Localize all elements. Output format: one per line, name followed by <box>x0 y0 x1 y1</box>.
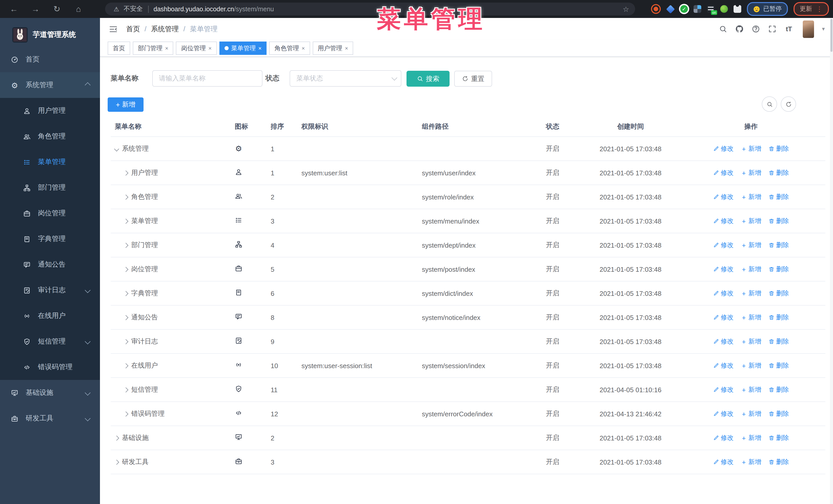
row-action-add[interactable]: +新增 <box>741 193 761 201</box>
fontsize-icon[interactable]: tT <box>785 25 793 33</box>
tab-close-icon[interactable]: × <box>302 45 305 51</box>
profile-paused-chip[interactable]: 已暂停 <box>747 2 788 16</box>
row-action-delete[interactable]: 删除 <box>768 289 789 297</box>
row-action-delete[interactable]: 删除 <box>768 193 789 201</box>
browser-update-button[interactable]: 更新 ⋮ <box>793 2 829 16</box>
scrollbar-thumb[interactable] <box>830 19 832 52</box>
sidebar-item-研发工具[interactable]: 研发工具 <box>0 406 100 431</box>
gem-extension-icon[interactable] <box>666 5 675 13</box>
row-action-delete[interactable]: 删除 <box>768 385 789 394</box>
row-action-delete[interactable]: 删除 <box>768 409 789 418</box>
row-action-add[interactable]: +新增 <box>741 217 761 225</box>
row-action-add[interactable]: +新增 <box>741 289 761 297</box>
leaf-extension-icon[interactable] <box>720 5 728 13</box>
breadcrumb-item-系统管理[interactable]: 系统管理 <box>151 24 179 33</box>
bars-extension-icon[interactable] <box>707 5 715 13</box>
tab-close-icon[interactable]: × <box>208 45 212 51</box>
row-action-edit[interactable]: 修改 <box>713 241 734 249</box>
sidebar-collapse-icon[interactable] <box>109 24 118 33</box>
address-bar[interactable]: ⚠ 不安全 dashboard.yudao.iocoder.cn/system/… <box>105 3 635 16</box>
sidebar-item-首页[interactable]: 首页 <box>0 47 100 72</box>
sidebar-item-通知公告[interactable]: 通知公告 <box>0 252 100 278</box>
app-logo[interactable]: 芋道管理系统 <box>0 18 100 47</box>
sidebar-item-短信管理[interactable]: 短信管理 <box>0 329 100 354</box>
row-action-edit[interactable]: 修改 <box>713 144 734 153</box>
avatar-caret-down-icon[interactable]: ▾ <box>822 26 825 32</box>
tab-close-icon[interactable]: × <box>345 45 348 51</box>
tab-岗位管理[interactable]: 岗位管理× <box>176 42 217 55</box>
question-icon[interactable] <box>752 25 760 33</box>
puzzle-extension-icon[interactable] <box>734 5 741 13</box>
row-action-delete[interactable]: 删除 <box>768 433 789 442</box>
row-expand-icon[interactable] <box>123 363 128 368</box>
sidebar-item-系统管理[interactable]: ⚙系统管理 <box>0 72 100 98</box>
row-action-delete[interactable]: 删除 <box>768 361 789 370</box>
row-action-add[interactable]: +新增 <box>741 385 761 394</box>
row-expand-icon[interactable] <box>123 315 128 320</box>
row-action-add[interactable]: +新增 <box>741 337 761 346</box>
row-action-add[interactable]: +新增 <box>741 458 761 466</box>
row-expand-icon[interactable] <box>123 339 128 344</box>
row-action-edit[interactable]: 修改 <box>713 361 734 370</box>
sidebar-item-用户管理[interactable]: 用户管理 <box>0 98 100 124</box>
row-expand-icon[interactable] <box>114 459 119 464</box>
row-expand-icon[interactable] <box>123 291 128 296</box>
row-expand-icon[interactable] <box>123 170 128 175</box>
row-action-add[interactable]: +新增 <box>741 433 761 442</box>
sidebar-item-岗位管理[interactable]: 岗位管理 <box>0 200 100 226</box>
row-expand-icon[interactable] <box>123 194 128 199</box>
row-action-edit[interactable]: 修改 <box>713 337 734 346</box>
row-action-edit[interactable]: 修改 <box>713 217 734 225</box>
row-action-edit[interactable]: 修改 <box>713 433 734 442</box>
sidebar-item-角色管理[interactable]: 角色管理 <box>0 124 100 149</box>
tab-菜单管理[interactable]: 菜单管理× <box>219 42 267 55</box>
row-action-delete[interactable]: 删除 <box>768 217 789 225</box>
row-expand-icon[interactable] <box>114 435 119 440</box>
menu-name-input[interactable]: 请输入菜单名称 <box>152 70 262 87</box>
row-collapse-icon[interactable] <box>114 146 119 151</box>
tab-角色管理[interactable]: 角色管理× <box>269 42 310 55</box>
row-action-add[interactable]: +新增 <box>741 313 761 322</box>
row-action-add[interactable]: +新增 <box>741 409 761 418</box>
row-action-add[interactable]: +新增 <box>741 265 761 273</box>
row-action-edit[interactable]: 修改 <box>713 385 734 394</box>
status-select[interactable]: 菜单状态 <box>290 70 401 87</box>
tab-首页[interactable]: 首页 <box>108 42 130 55</box>
user-avatar[interactable] <box>803 20 814 38</box>
row-expand-icon[interactable] <box>123 242 128 248</box>
row-action-delete[interactable]: 删除 <box>768 265 789 273</box>
row-action-edit[interactable]: 修改 <box>713 168 734 177</box>
sidebar-item-在线用户[interactable]: 在线用户 <box>0 303 100 329</box>
reload-icon[interactable]: ↻ <box>52 4 62 14</box>
row-action-delete[interactable]: 删除 <box>768 144 789 153</box>
refresh-table-button[interactable] <box>781 96 796 112</box>
row-action-add[interactable]: +新增 <box>741 144 761 153</box>
sidebar-item-审计日志[interactable]: 审计日志 <box>0 278 100 303</box>
forward-icon[interactable]: → <box>31 4 40 14</box>
search-button[interactable]: 搜索 <box>406 71 450 87</box>
sidebar-item-基础设施[interactable]: 基础设施 <box>0 380 100 406</box>
row-action-add[interactable]: +新增 <box>741 168 761 177</box>
sidebar-item-字典管理[interactable]: 字典管理 <box>0 226 100 252</box>
add-button[interactable]: + 新增 <box>108 97 144 112</box>
row-action-delete[interactable]: 删除 <box>768 241 789 249</box>
grid-extension-icon[interactable] <box>694 5 701 13</box>
row-action-edit[interactable]: 修改 <box>713 458 734 466</box>
row-action-add[interactable]: +新增 <box>741 361 761 370</box>
row-action-delete[interactable]: 删除 <box>768 313 789 322</box>
row-expand-icon[interactable] <box>123 411 128 416</box>
row-expand-icon[interactable] <box>123 218 128 223</box>
row-action-add[interactable]: +新增 <box>741 241 761 249</box>
reset-button[interactable]: 重置 <box>454 71 492 87</box>
window-scrollbar[interactable] <box>830 18 833 504</box>
row-expand-icon[interactable] <box>123 267 128 272</box>
back-icon[interactable]: ← <box>9 4 19 14</box>
tab-close-icon[interactable]: × <box>258 45 262 51</box>
home-icon[interactable]: ⌂ <box>74 4 83 14</box>
row-action-delete[interactable]: 删除 <box>768 337 789 346</box>
breadcrumb-item-首页[interactable]: 首页 <box>126 24 140 33</box>
row-action-edit[interactable]: 修改 <box>713 265 734 273</box>
toggle-search-button[interactable] <box>762 96 777 112</box>
sidebar-item-部门管理[interactable]: 部门管理 <box>0 175 100 200</box>
tab-用户管理[interactable]: 用户管理× <box>313 42 353 55</box>
